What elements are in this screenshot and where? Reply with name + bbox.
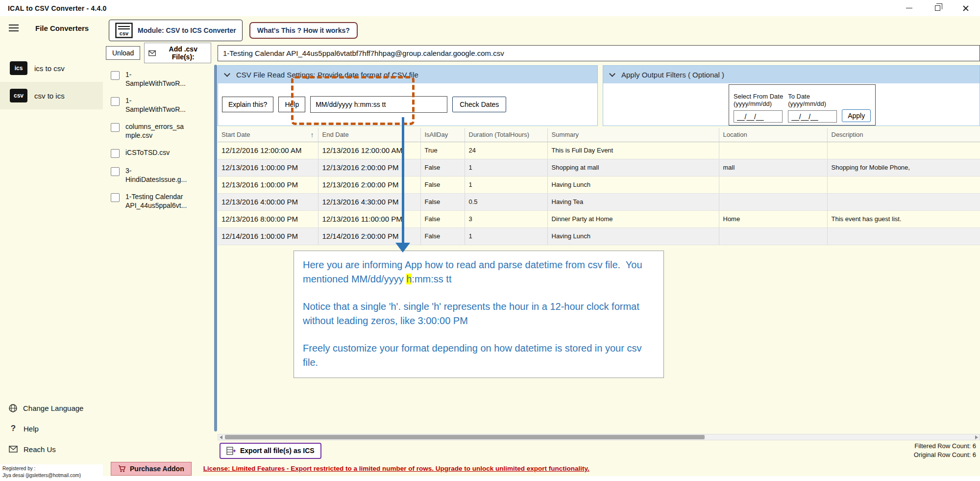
- to-date-format-hint: (yyyy/mm/dd): [788, 100, 837, 108]
- cell-location: [719, 142, 827, 159]
- cell-isallday: False: [420, 210, 465, 228]
- filtered-row-count: Filtered Row Count: 6: [914, 442, 976, 451]
- column-header-isallday[interactable]: IsAllDay: [420, 128, 465, 142]
- sidebar-nav: ics ics to csv csv csv to ics: [0, 54, 103, 109]
- vertical-splitter[interactable]: [214, 65, 217, 431]
- to-date-group: To Date (yyyy/mm/dd): [788, 93, 837, 123]
- file-checkbox[interactable]: [111, 167, 120, 176]
- maximize-button[interactable]: [923, 0, 952, 16]
- column-header-start-date[interactable]: Start Date↑: [218, 128, 318, 142]
- cell-summary: Having Tea: [547, 193, 719, 210]
- file-checkbox[interactable]: [111, 71, 120, 80]
- apply-filter-button[interactable]: Apply: [842, 109, 871, 122]
- from-date-input[interactable]: [734, 110, 783, 123]
- sidebar-item-label: ics to csv: [34, 64, 65, 73]
- grid-row[interactable]: 12/13/2016 8:00:00 PM 12/13/2016 11:00:0…: [218, 210, 980, 228]
- horizontal-scrollbar[interactable]: [218, 434, 980, 440]
- help-button[interactable]: ? Help: [0, 418, 103, 439]
- file-list-item[interactable]: columns_errors_sa mple.csv: [103, 118, 214, 144]
- change-language-button[interactable]: Change Language: [0, 398, 103, 418]
- explanation-paragraph-1: Here you are informing App how to read a…: [303, 258, 644, 286]
- registered-user: Jiya desai (jigsletters@hotmail.com): [2, 472, 100, 479]
- file-name: columns_errors_sa mple.csv: [125, 123, 200, 140]
- unload-button[interactable]: Unload: [106, 46, 140, 60]
- grid-row[interactable]: 12/12/2016 12:00:00 AM 12/13/2016 12:00:…: [218, 142, 980, 159]
- file-checkbox[interactable]: [111, 123, 120, 132]
- output-filters-header[interactable]: Apply Output Filters ( Optional ): [603, 66, 980, 83]
- grid-row[interactable]: 12/13/2016 4:00:00 PM 12/13/2016 4:30:00…: [218, 193, 980, 210]
- column-header-end-date[interactable]: End Date: [318, 128, 420, 142]
- column-header-duration[interactable]: Duration (TotalHours): [465, 128, 547, 142]
- cell-duration: 1: [465, 176, 547, 193]
- file-list: 1- SampleWithTwoR... 1- SampleWithTwoR..…: [103, 61, 214, 214]
- svg-text:csv: csv: [120, 30, 129, 36]
- grid-header-row: Start Date↑ End Date IsAllDay Duration (…: [218, 128, 980, 142]
- format-help-button[interactable]: Help: [278, 97, 305, 112]
- to-date-input[interactable]: [788, 110, 837, 123]
- current-file-bar[interactable]: 1-Testing Calendar API_44us5ppal6vtatbf7…: [218, 45, 980, 61]
- cell-description: [827, 142, 980, 159]
- hamburger-menu-icon[interactable]: [9, 25, 19, 31]
- cell-location: Home: [719, 210, 827, 228]
- csv-module-icon: csv: [115, 23, 133, 38]
- cell-start-date: 12/14/2016 1:00:00 PM: [218, 228, 318, 245]
- sidebar-item-ics-to-csv[interactable]: ics ics to csv: [0, 54, 103, 82]
- file-list-item[interactable]: 1- SampleWithTwoR...: [103, 92, 214, 118]
- column-header-description[interactable]: Description: [827, 128, 980, 142]
- grid-row[interactable]: 12/14/2016 1:00:00 PM 12/14/2016 2:00:00…: [218, 228, 980, 245]
- sidebar-item-csv-to-ics[interactable]: csv csv to ics: [0, 82, 103, 109]
- purchase-addon-button[interactable]: Purchase Addon: [111, 462, 192, 476]
- cell-location: [719, 193, 827, 210]
- license-bar: Purchase Addon License: Limited Features…: [103, 461, 980, 476]
- cell-summary: Dinner Party at Home: [547, 210, 719, 228]
- purchase-addon-label: Purchase Addon: [130, 465, 184, 473]
- file-panel: Unload Add .csv File(s): 1- SampleWithTw…: [103, 45, 214, 461]
- read-settings-header[interactable]: CSV File Read Settings: Provide date for…: [218, 66, 597, 83]
- file-list-item[interactable]: iCSToTSD.csv: [103, 144, 214, 162]
- cell-location: [719, 176, 827, 193]
- titlebar: ICAL to CSV Converter - 4.4.0: [0, 0, 980, 16]
- cell-end-date: 12/13/2016 12:00:00 AM: [318, 142, 420, 159]
- file-list-item[interactable]: 3- HindiDatesIssue.g...: [103, 162, 214, 188]
- cell-start-date: 12/13/2016 4:00:00 PM: [218, 193, 318, 210]
- restore-icon: [935, 5, 940, 11]
- minimize-button[interactable]: [895, 0, 923, 16]
- registered-by-label: Registered by :: [2, 465, 100, 472]
- sidebar-footer: Change Language ? Help Reach Us: [0, 398, 103, 459]
- file-list-item[interactable]: 1-Testing Calendar API_44us5ppal6vt...: [103, 188, 214, 214]
- cell-start-date: 12/12/2016 12:00:00 AM: [218, 142, 318, 159]
- globe-icon: [9, 404, 17, 412]
- from-date-group: Select From Date (yyyy/mm/dd): [734, 93, 783, 123]
- file-checkbox[interactable]: [111, 193, 120, 202]
- highlighted-h: h: [406, 274, 412, 284]
- column-header-location[interactable]: Location: [719, 128, 827, 142]
- file-list-item[interactable]: 1- SampleWithTwoR...: [103, 66, 214, 92]
- reach-us-button[interactable]: Reach Us: [0, 439, 103, 459]
- scroll-right-arrow-icon[interactable]: [975, 435, 978, 439]
- module-indicator: csv Module: CSV to ICS Converter: [109, 20, 243, 41]
- whats-this-button[interactable]: What's This ? How it works?: [249, 22, 358, 39]
- close-button[interactable]: [952, 0, 980, 16]
- file-checkbox[interactable]: [111, 97, 120, 106]
- sort-ascending-icon: ↑: [311, 131, 314, 139]
- scrollbar-thumb[interactable]: [225, 435, 705, 439]
- window-title: ICAL to CSV Converter - 4.4.0: [8, 4, 107, 12]
- explain-this-button[interactable]: Explain this?: [222, 97, 273, 112]
- cell-start-date: 12/13/2016 1:00:00 PM: [218, 176, 318, 193]
- scroll-left-arrow-icon[interactable]: [220, 435, 222, 439]
- export-all-button[interactable]: Export all file(s) as ICS: [220, 443, 321, 459]
- cell-location: [719, 228, 827, 245]
- grid-row[interactable]: 12/13/2016 1:00:00 PM 12/13/2016 2:00:00…: [218, 176, 980, 193]
- settings-row: CSV File Read Settings: Provide date for…: [218, 65, 980, 126]
- cell-start-date: 12/13/2016 1:00:00 PM: [218, 159, 318, 176]
- date-format-input[interactable]: [310, 96, 447, 113]
- file-checkbox[interactable]: [111, 149, 120, 158]
- check-dates-button[interactable]: Check Dates: [452, 97, 506, 112]
- reach-us-label: Reach Us: [24, 445, 56, 454]
- grid-row[interactable]: 12/13/2016 1:00:00 PM 12/13/2016 2:00:00…: [218, 159, 980, 176]
- add-csv-files-button[interactable]: Add .csv File(s):: [144, 43, 211, 63]
- cell-end-date: 12/13/2016 2:00:00 PM: [318, 159, 420, 176]
- column-header-summary[interactable]: Summary: [547, 128, 719, 142]
- output-filters-title: Apply Output Filters ( Optional ): [621, 71, 724, 79]
- license-upgrade-link[interactable]: License: Limited Features - Export restr…: [203, 465, 589, 472]
